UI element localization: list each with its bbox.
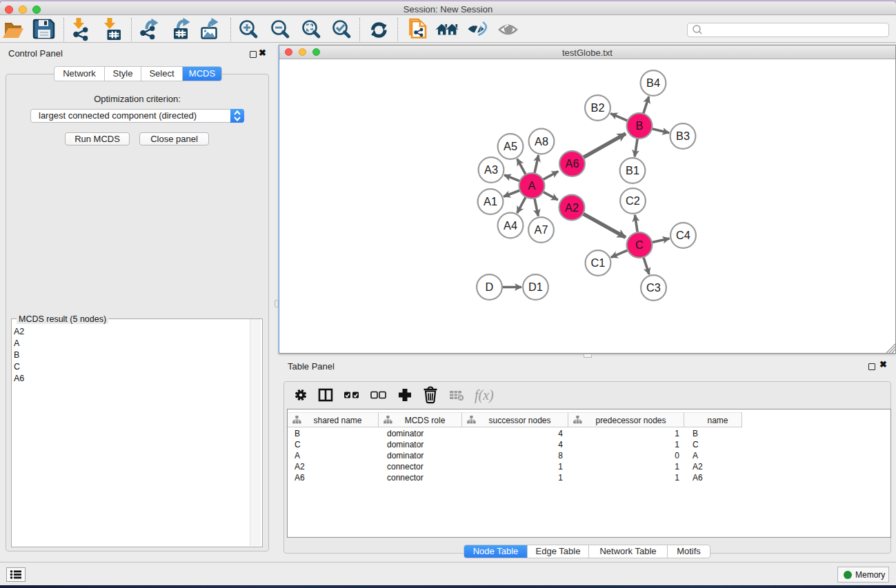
svg-text:B2: B2	[591, 101, 605, 114]
svg-text:A: A	[528, 179, 536, 192]
svg-text:A6: A6	[566, 157, 579, 170]
svg-text:A1: A1	[484, 195, 497, 207]
svg-text:A2: A2	[565, 201, 579, 214]
svg-text:A3: A3	[484, 163, 498, 176]
svg-text:B4: B4	[646, 77, 660, 89]
svg-text:C1: C1	[591, 256, 606, 269]
svg-text:A8: A8	[535, 135, 548, 148]
svg-text:C4: C4	[676, 229, 690, 241]
svg-text:B: B	[636, 119, 644, 132]
svg-text:B3: B3	[676, 130, 690, 142]
svg-text:C: C	[635, 239, 644, 251]
svg-text:C3: C3	[646, 281, 661, 294]
svg-text:D: D	[486, 281, 494, 293]
svg-text:A5: A5	[504, 140, 517, 152]
svg-text:C2: C2	[626, 194, 640, 207]
svg-text:D1: D1	[528, 281, 543, 293]
svg-text:A7: A7	[535, 223, 548, 236]
svg-text:f(x): f(x)	[475, 387, 494, 403]
svg-text:A4: A4	[504, 219, 517, 232]
svg-text:B1: B1	[626, 164, 639, 176]
